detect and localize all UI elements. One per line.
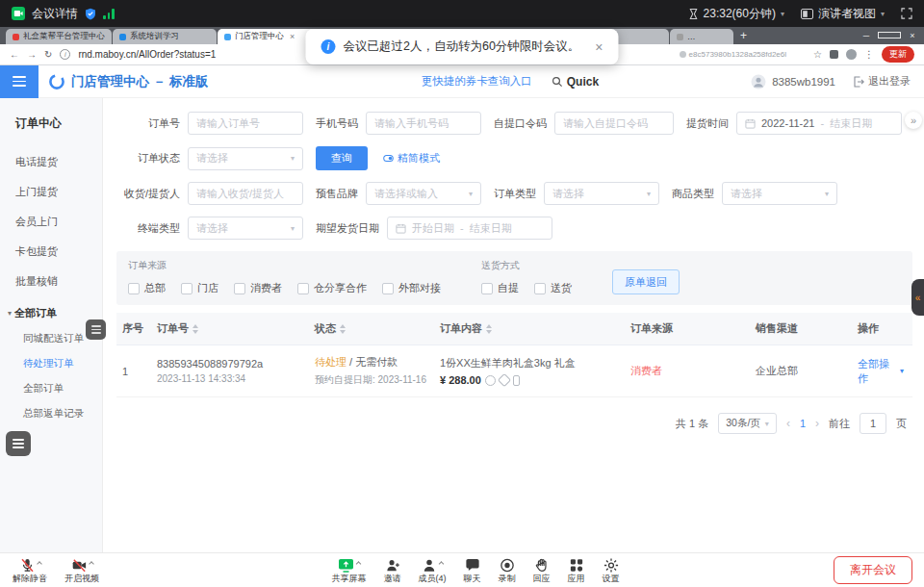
- terminal-type-select[interactable]: 请选择 ▾: [188, 217, 303, 240]
- caret-down-icon: ▾: [291, 154, 295, 163]
- browser-profile-icon[interactable]: [846, 49, 857, 60]
- apps-button[interactable]: 应用: [568, 557, 585, 583]
- original-order-return-button[interactable]: 原单退回: [612, 269, 680, 294]
- sidebar-item-door-pickup[interactable]: 上门提货: [0, 177, 102, 207]
- col-order-no[interactable]: 订单号: [151, 321, 309, 336]
- browser-update-button[interactable]: 更新: [882, 46, 914, 63]
- presale-brand-select[interactable]: 请选择或输入 ▾: [366, 182, 481, 205]
- members-icon: [422, 557, 438, 574]
- hamburger-menu-icon[interactable]: [0, 65, 38, 98]
- col-content[interactable]: 订单内容: [434, 321, 625, 336]
- invite-button[interactable]: 邀请: [384, 557, 401, 583]
- meeting-timer-dropdown[interactable]: 23:32(60分钟) ▾: [688, 6, 784, 22]
- bookmark-star-icon[interactable]: ☆: [813, 49, 822, 60]
- expand-caret-icon[interactable]: [37, 561, 42, 567]
- dot-icon: [680, 51, 686, 58]
- browser-tab-7[interactable]: …: [670, 29, 733, 44]
- calendar-icon: [396, 223, 406, 234]
- tab-close-icon[interactable]: ×: [290, 32, 295, 41]
- new-tab-button[interactable]: +: [740, 29, 747, 42]
- reload-icon[interactable]: ↻: [44, 49, 52, 60]
- pickup-time-range-input[interactable]: 2022-11-21 - 结束日期: [736, 112, 902, 135]
- user-account[interactable]: 8385wb1991: [751, 74, 835, 89]
- current-page[interactable]: 1: [800, 418, 806, 429]
- goods-type-select[interactable]: 请选择 ▾: [722, 182, 837, 205]
- share-screen-icon: [338, 557, 355, 574]
- checkbox-icon: [382, 283, 394, 294]
- sort-icon[interactable]: [340, 324, 346, 334]
- pickup-start-date: 2022-11-21: [761, 117, 814, 129]
- goto-label: 前往: [829, 417, 850, 431]
- next-page-button[interactable]: ›: [815, 417, 819, 430]
- fullscreen-icon[interactable]: [901, 8, 912, 19]
- sort-icon[interactable]: [486, 324, 492, 334]
- pickup-code-input[interactable]: [554, 112, 674, 135]
- settings-button[interactable]: 设置: [603, 557, 620, 583]
- quick-search[interactable]: Quick: [552, 75, 599, 89]
- col-status[interactable]: 状态: [309, 321, 434, 336]
- checkbox-store[interactable]: 门店: [181, 281, 218, 295]
- forward-icon[interactable]: →: [27, 49, 37, 60]
- window-close-button[interactable]: ×: [901, 27, 924, 44]
- collapse-filters-button[interactable]: »: [905, 112, 922, 129]
- url-text[interactable]: rnd.maboy.cn/AllOrder?status=1: [78, 49, 216, 60]
- hand-icon: [533, 557, 550, 574]
- window-minimize-button[interactable]: ─: [855, 27, 878, 44]
- coupon-query-link[interactable]: 更快捷的券卡查询入口: [422, 74, 532, 89]
- ship-date-range-input[interactable]: 开始日期 - 结束日期: [387, 217, 552, 240]
- logout-button[interactable]: 退出登录: [853, 74, 911, 89]
- checkbox-external[interactable]: 外部对接: [382, 281, 441, 295]
- reaction-button[interactable]: 回应: [533, 557, 551, 583]
- checkbox-hq[interactable]: 总部: [128, 281, 166, 295]
- page-size-select[interactable]: 30条/页 ▾: [718, 413, 777, 434]
- order-number[interactable]: 83859345088979792a: [157, 358, 303, 370]
- expand-caret-icon[interactable]: [356, 561, 362, 567]
- goto-page-input[interactable]: [860, 413, 886, 434]
- toast-close-icon[interactable]: ×: [595, 39, 603, 55]
- sidebar-item-batch-verify[interactable]: 批量核销: [0, 267, 102, 296]
- record-button[interactable]: 录制: [499, 557, 516, 583]
- start-video-button[interactable]: 开启视频: [64, 557, 99, 583]
- window-controls: ─ ×: [855, 27, 924, 44]
- receiver-input[interactable]: [188, 182, 303, 205]
- floating-list-button[interactable]: [6, 431, 31, 456]
- sidebar-subitem-all-orders[interactable]: 全部订单: [0, 376, 102, 401]
- toast-message: 会议已超过2人，自动转为60分钟限时会议。: [343, 38, 579, 55]
- browser-menu-icon[interactable]: ⋮: [864, 49, 874, 60]
- checkbox-warehouse-share[interactable]: 仓分享合作: [297, 281, 367, 295]
- browser-tab-2[interactable]: 系统培训学习: [113, 29, 217, 44]
- chat-button[interactable]: 聊天: [464, 557, 481, 583]
- checkbox-consumer[interactable]: 消费者: [234, 281, 282, 295]
- checkbox-delivery[interactable]: 送货: [534, 281, 572, 295]
- search-button[interactable]: 查询: [316, 146, 368, 170]
- members-button[interactable]: 成员(4): [419, 557, 447, 583]
- prev-page-button[interactable]: ‹: [786, 417, 790, 430]
- all-actions-dropdown[interactable]: 全部操作 ▾: [858, 357, 904, 386]
- expand-caret-icon[interactable]: [89, 561, 94, 567]
- sidebar-item-phone-pickup[interactable]: 电话提货: [0, 147, 102, 177]
- order-status-select[interactable]: 请选择 ▾: [188, 147, 303, 170]
- extensions-icon[interactable]: [830, 50, 838, 59]
- phone-input[interactable]: [366, 112, 481, 135]
- order-type-select[interactable]: 请选择 ▾: [544, 182, 659, 205]
- view-mode-dropdown[interactable]: 演讲者视图 ▾: [801, 6, 885, 22]
- sidebar-subitem-pending-orders[interactable]: 待处理订单: [0, 351, 102, 376]
- sidebar-subitem-hq-return-log[interactable]: 总部返单记录: [0, 401, 102, 426]
- site-info-icon[interactable]: i: [60, 49, 70, 60]
- meeting-details-link[interactable]: 会议详情: [32, 6, 78, 22]
- unmute-button[interactable]: 解除静音: [13, 557, 47, 583]
- side-drawer-handle[interactable]: «: [911, 279, 924, 316]
- sidebar-drag-handle[interactable]: [86, 319, 106, 340]
- sidebar-item-member-visit[interactable]: 会员上门: [0, 207, 102, 237]
- share-screen-button[interactable]: 共享屏幕: [332, 557, 367, 583]
- back-icon[interactable]: ←: [10, 49, 19, 60]
- leave-meeting-button[interactable]: 离开会议: [834, 556, 912, 584]
- sidebar-item-card-pickup[interactable]: 卡包提货: [0, 237, 102, 267]
- order-no-input[interactable]: [188, 112, 303, 135]
- expand-caret-icon[interactable]: [439, 561, 445, 567]
- sort-icon[interactable]: [192, 324, 198, 334]
- simple-mode-link[interactable]: 精简模式: [383, 151, 440, 166]
- checkbox-self-pickup[interactable]: 自提: [481, 281, 519, 295]
- window-maximize-button[interactable]: [878, 27, 901, 44]
- browser-tab-1[interactable]: 礼盒菜帮平台管理中心: [6, 29, 112, 44]
